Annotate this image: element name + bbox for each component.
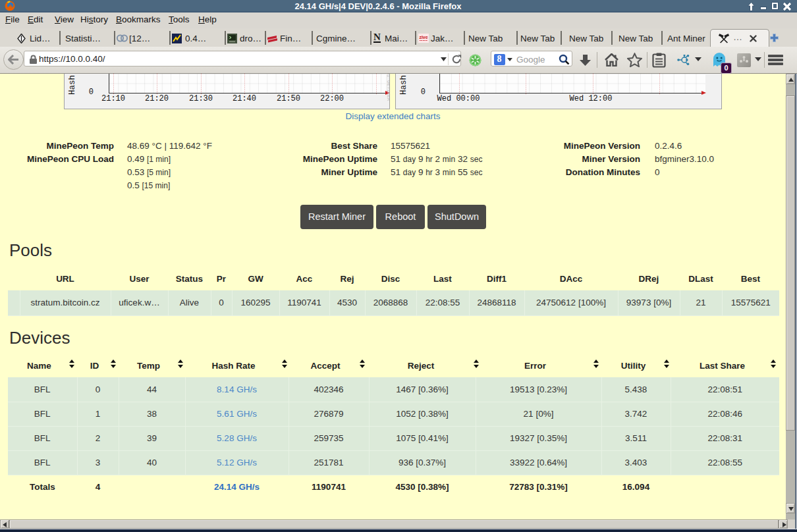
svg-text:zive: zive bbox=[419, 35, 427, 40]
